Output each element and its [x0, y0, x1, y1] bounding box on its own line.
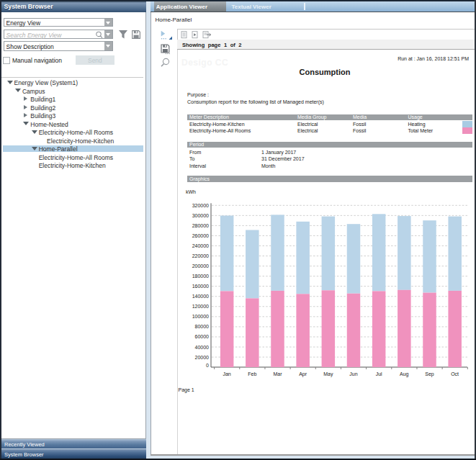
svg-text:Oct: Oct [451, 371, 459, 376]
svg-text:240000: 240000 [192, 243, 209, 248]
svg-text:260000: 260000 [192, 233, 209, 238]
svg-text:60000: 60000 [195, 334, 210, 339]
svg-text:20000: 20000 [195, 355, 210, 360]
svg-text:100000: 100000 [192, 314, 209, 319]
svg-text:280000: 280000 [192, 223, 209, 228]
svg-text:120000: 120000 [192, 304, 209, 309]
svg-text:180000: 180000 [192, 274, 209, 279]
svg-text:Jul: Jul [376, 371, 382, 376]
svg-text:Feb: Feb [248, 371, 256, 376]
svg-text:80000: 80000 [195, 324, 210, 329]
svg-text:Jun: Jun [349, 371, 357, 376]
svg-text:320000: 320000 [192, 203, 209, 208]
svg-text:40000: 40000 [195, 345, 210, 350]
svg-text:Sep: Sep [425, 371, 434, 377]
svg-text:140000: 140000 [192, 294, 209, 299]
svg-text:Aug: Aug [400, 371, 409, 377]
svg-text:200000: 200000 [192, 263, 209, 269]
svg-text:220000: 220000 [192, 253, 209, 258]
svg-text:Apr: Apr [299, 371, 307, 377]
svg-text:May: May [323, 371, 333, 377]
svg-text:Mar: Mar [273, 371, 282, 376]
svg-text:0: 0 [206, 363, 209, 368]
svg-text:Jan: Jan [223, 371, 230, 376]
svg-text:160000: 160000 [192, 284, 209, 289]
svg-text:300000: 300000 [192, 213, 209, 218]
